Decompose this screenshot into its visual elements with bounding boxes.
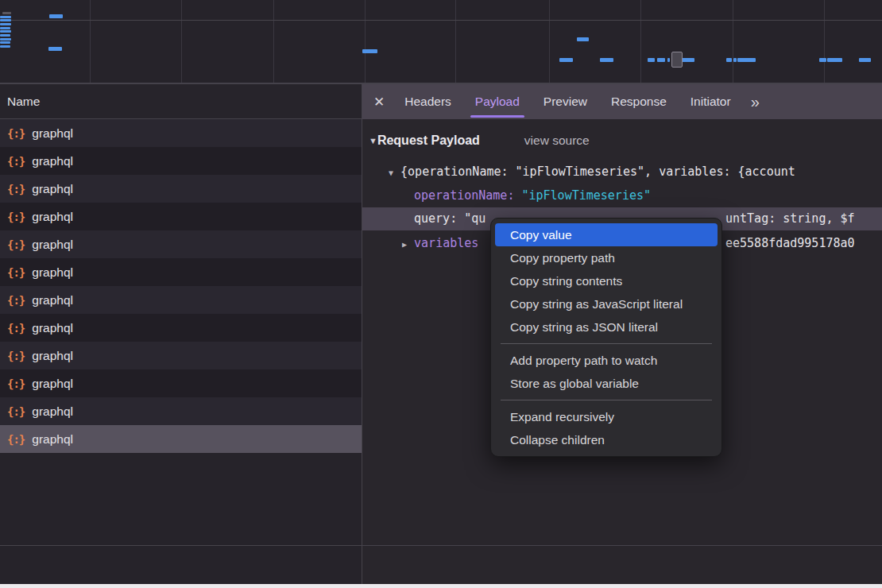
request-timing-bar[interactable]	[0, 41, 10, 44]
request-name-label: graphql	[32, 349, 73, 363]
table-row[interactable]: {:}graphql	[0, 175, 362, 203]
payload-root-object[interactable]: ▼ {operationName: "ipFlowTimeseries", va…	[389, 161, 795, 184]
tab-payload[interactable]: Payload	[463, 84, 532, 119]
more-tabs-icon[interactable]: »	[751, 93, 758, 111]
table-row[interactable]: {:}graphql	[0, 147, 362, 175]
json-braces-icon: {:}	[7, 405, 25, 418]
request-timing-bar[interactable]	[819, 58, 826, 62]
timeline-gridline	[640, 0, 641, 83]
request-timing-bar[interactable]	[0, 34, 10, 37]
request-timing-bar[interactable]	[600, 58, 613, 62]
tab-headers[interactable]: Headers	[393, 84, 463, 119]
context-menu: Copy valueCopy property pathCopy string …	[490, 218, 722, 457]
menu-divider	[501, 343, 712, 344]
menu-item-expand-recursively[interactable]: Expand recursively	[491, 405, 721, 428]
expand-arrow-icon[interactable]: ▼	[389, 168, 393, 177]
table-row[interactable]: {:}graphql	[0, 230, 362, 258]
query-value-right-fragment: untTag: string, $f	[725, 207, 855, 230]
request-timing-bar[interactable]	[2, 12, 11, 14]
request-name-label: graphql	[32, 321, 73, 335]
request-timing-bar[interactable]	[681, 58, 694, 62]
menu-item-store-as-global-variable[interactable]: Store as global variable	[491, 372, 721, 395]
menu-item-copy-value[interactable]: Copy value	[495, 223, 718, 246]
menu-item-copy-string-as-javascript-literal[interactable]: Copy string as JavaScript literal	[491, 292, 721, 315]
request-timing-bar[interactable]	[733, 58, 737, 62]
request-name-label: graphql	[32, 182, 73, 196]
json-braces-icon: {:}	[7, 266, 25, 279]
table-row[interactable]: {:}graphql	[0, 119, 362, 147]
close-icon[interactable]: ✕	[373, 94, 385, 110]
request-timing-bar[interactable]	[859, 58, 871, 62]
collapse-arrow-icon[interactable]: ▼	[369, 136, 377, 145]
view-source-link[interactable]: view source	[524, 133, 590, 147]
request-timing-bar[interactable]	[362, 49, 377, 53]
json-braces-icon: {:}	[7, 350, 25, 362]
expand-arrow-icon[interactable]: ▶	[402, 240, 407, 249]
table-row[interactable]: {:}graphql	[0, 314, 362, 342]
request-timing-bar[interactable]	[0, 45, 10, 48]
timeline-gridline	[455, 0, 456, 83]
request-list: {:}graphql{:}graphql{:}graphql{:}graphql…	[0, 119, 362, 453]
request-timing-bar[interactable]	[726, 58, 732, 62]
table-row[interactable]: {:}graphql	[0, 342, 362, 369]
timeline-gridline	[90, 0, 91, 83]
timeline-gridline	[733, 0, 733, 83]
request-timing-bar[interactable]	[577, 37, 589, 41]
table-row[interactable]: {:}graphql	[0, 258, 362, 286]
timeline-gridline	[273, 0, 274, 83]
selected-request-marker	[671, 52, 683, 68]
json-braces-icon: {:}	[7, 238, 25, 251]
name-column-label: Name	[7, 95, 40, 109]
variables-value-right-fragment: ee5588fdad995178a0	[725, 232, 855, 255]
payload-summary-text: {operationName: "ipFlowTimeseries", vari…	[400, 164, 795, 179]
tab-response[interactable]: Response	[599, 84, 679, 119]
request-timing-bar[interactable]	[0, 16, 11, 18]
request-timing-bar[interactable]	[827, 58, 842, 62]
menu-divider	[501, 400, 712, 400]
menu-item-copy-string-as-json-literal[interactable]: Copy string as JSON literal	[491, 315, 721, 338]
table-row[interactable]: {:}graphql	[0, 369, 362, 397]
request-timing-bar[interactable]	[49, 14, 63, 18]
request-name-label: graphql	[32, 293, 73, 308]
request-timing-bar[interactable]	[0, 30, 11, 33]
request-timing-bar[interactable]	[667, 58, 670, 62]
section-title: Request Payload	[377, 133, 480, 147]
payload-operation-row[interactable]: operationName: "ipFlowTimeseries"	[414, 184, 651, 207]
menu-item-copy-property-path[interactable]: Copy property path	[491, 246, 721, 269]
request-name-label: graphql	[32, 265, 73, 280]
timeline-gridline	[365, 0, 366, 83]
table-row[interactable]: {:}graphql	[0, 286, 362, 314]
request-timing-bar[interactable]	[0, 27, 10, 29]
payload-variables-row[interactable]: ▶ variables	[402, 232, 478, 255]
json-braces-icon: {:}	[7, 377, 25, 390]
json-braces-icon: {:}	[7, 155, 25, 168]
name-column-header[interactable]: Name	[0, 84, 362, 119]
request-timing-bar[interactable]	[657, 58, 665, 62]
table-row[interactable]: {:}graphql	[0, 397, 362, 425]
timeline-gridline	[181, 0, 182, 83]
tab-initiator[interactable]: Initiator	[679, 84, 743, 119]
menu-item-add-property-path-to-watch[interactable]: Add property path to watch	[491, 349, 721, 372]
request-timing-bar[interactable]	[559, 58, 573, 62]
property-key: variables	[414, 236, 478, 250]
property-key: operationName:	[414, 188, 521, 203]
request-timing-bar[interactable]	[737, 58, 756, 62]
json-braces-icon: {:}	[7, 294, 25, 307]
menu-item-collapse-children[interactable]: Collapse children	[491, 428, 721, 451]
tab-preview[interactable]: Preview	[532, 84, 599, 119]
request-timing-bar[interactable]	[0, 23, 11, 25]
request-payload-section[interactable]: ▼Request Payloadview source	[369, 129, 590, 152]
footer-divider	[0, 545, 882, 546]
request-timing-bar[interactable]	[0, 19, 11, 21]
request-timing-bar[interactable]	[48, 47, 62, 51]
json-braces-icon: {:}	[7, 211, 25, 223]
request-timing-bar[interactable]	[648, 58, 655, 62]
timeline-gridline	[824, 0, 825, 83]
table-row[interactable]: {:}graphql	[0, 203, 362, 230]
window-bottom-edge	[0, 584, 882, 588]
request-name-label: graphql	[32, 210, 73, 224]
menu-item-copy-string-contents[interactable]: Copy string contents	[491, 269, 721, 292]
network-overview-timeline[interactable]	[0, 0, 882, 84]
request-timing-bar[interactable]	[0, 38, 11, 41]
table-row[interactable]: {:}graphql	[0, 425, 362, 453]
